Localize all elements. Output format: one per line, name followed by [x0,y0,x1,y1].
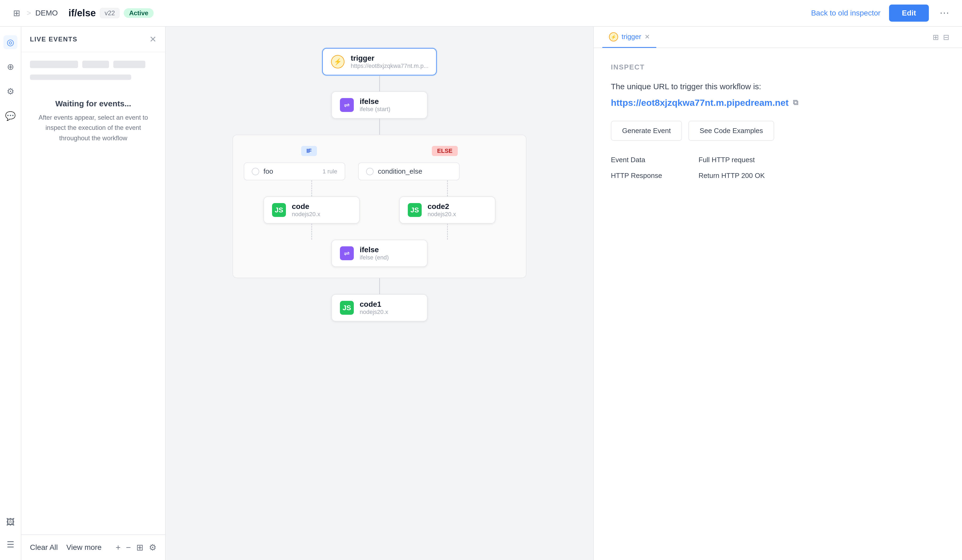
code1-node-title: code1 [360,300,388,308]
sidebar-item-tags[interactable]: ⊕ [3,60,18,74]
branch-labels: IF ELSE [244,146,515,156]
inspector-tab-trigger[interactable]: ⚡ trigger ✕ [602,27,656,48]
more-options-button[interactable]: ⋯ [938,5,951,21]
code2-icon-box: JS [408,203,422,217]
if-condition-rule: 1 rule [323,168,337,175]
events-waiting: Waiting for events... After events appea… [21,89,165,154]
ifelse-end-text: ifelse ifelse (end) [360,245,389,261]
skeleton-block [30,74,131,80]
panel-icon-2[interactable]: ⊟ [943,33,949,42]
events-panel-close-button[interactable]: ✕ [149,34,157,44]
code-node-icon: JS [271,203,286,218]
skeleton-block [30,61,78,68]
code1-icon-box: JS [340,301,354,315]
if-radio [252,168,259,175]
back-to-old-inspector-link[interactable]: Back to old inspector [811,9,880,17]
topbar: ⊞ > DEMO if/else v22 Active Back to old … [0,0,962,27]
events-skeleton [21,52,165,89]
connector-1 [379,75,380,91]
url-text: https://eot8xjzqkwa77nt.m.pipedream.net [611,97,789,108]
events-panel-title: LIVE EVENTS [30,36,77,43]
breadcrumb-demo[interactable]: DEMO [35,9,58,17]
else-condition-node[interactable]: condition_else [358,163,460,180]
trigger-node-icon: ⚡ [330,54,345,69]
http-response-label: HTTP Response [611,171,686,180]
code1-node-icon: JS [339,300,354,315]
events-footer: Clear All View more + − ⊞ ⚙ [21,534,165,560]
code-node-text: code nodejs20.x [292,202,320,218]
code2-node-title: code2 [428,202,456,211]
code1-node-subtitle: nodejs20.x [360,308,388,316]
code-node[interactable]: JS code nodejs20.x [263,196,360,224]
breadcrumb-separator: > [27,9,31,17]
inspect-actions: Generate Event See Code Examples [611,121,945,141]
clear-all-button[interactable]: Clear All [30,543,58,552]
main-content: ◎ ⊕ ⚙ 💬 🖼 ☰ LIVE EVENTS ✕ Waiting for ev… [0,27,962,560]
panel-icon-1[interactable]: ⊞ [933,33,939,42]
edit-button[interactable]: Edit [889,5,929,22]
ifelse-start-node[interactable]: ⇌ ifelse ifelse (start) [331,91,428,119]
sidebar-item-image[interactable]: 🖼 [3,515,18,529]
else-branch-nodes: JS code2 nodejs20.x [399,180,496,240]
canvas-settings-button[interactable]: ⚙ [149,542,157,552]
trigger-node[interactable]: ⚡ trigger https://eot8xjzqkwa77nt.m.p... [322,48,436,75]
skeleton-block [82,61,109,68]
sidebar-bottom: 🖼 ☰ [3,515,18,552]
events-header: LIVE EVENTS ✕ [21,27,165,52]
if-condition-text: foo [263,167,273,176]
ifelse-start-icon-box: ⇌ [340,98,354,112]
code-icon-box: JS [272,203,286,217]
code1-node[interactable]: JS code1 nodejs20.x [331,294,428,321]
zoom-out-button[interactable]: − [126,543,131,552]
if-branch-label: IF [301,146,317,156]
connector-2 [379,119,380,135]
http-response-row: HTTP Response Return HTTP 200 OK [611,171,945,180]
if-condition-node[interactable]: foo 1 rule [244,163,345,180]
if-connector [312,180,312,196]
zoom-in-button[interactable]: + [116,543,121,552]
ifelse-group: IF ELSE foo 1 rule condition_else [232,135,526,278]
home-icon[interactable]: ⊞ [11,7,23,19]
code-node-title: code [292,202,320,211]
see-code-examples-button[interactable]: See Code Examples [688,121,774,141]
inspector-tab-close-button[interactable]: ✕ [644,33,650,40]
fit-button[interactable]: ⊞ [136,542,144,552]
trigger-icon-svg: ⚡ [331,55,345,69]
ifelse-end-col: ⇌ ifelse ifelse (end) [331,240,428,267]
sidebar-item-chat[interactable]: 💬 [3,109,18,123]
event-data-value: Full HTTP request [699,156,755,164]
else-radio [366,168,374,175]
ifelse-end-node[interactable]: ⇌ ifelse ifelse (end) [331,240,428,267]
code1-node-text: code1 nodejs20.x [360,300,388,316]
ifelse-start-subtitle: ifelse (start) [360,106,391,113]
code2-node[interactable]: JS code2 nodejs20.x [399,196,496,224]
version-badge: v22 [100,8,119,18]
ifelse-start-icon: ⇌ [339,97,354,113]
svg-text:⚡: ⚡ [334,58,342,65]
ifelse-end-icon: ⇌ [339,246,354,261]
svg-text:⚡: ⚡ [611,34,616,40]
copy-url-icon[interactable]: ⧉ [793,98,798,107]
sidebar-item-settings[interactable]: ⚙ [3,84,18,98]
code2-node-subtitle: nodejs20.x [428,211,456,218]
if-branch-nodes: JS code nodejs20.x [263,180,360,240]
tab-trigger-icon: ⚡ [609,32,618,42]
code-node-subtitle: nodejs20.x [292,211,320,218]
sidebar-item-list[interactable]: ☰ [3,537,18,552]
event-data-row: Event Data Full HTTP request [611,156,945,164]
generate-event-button[interactable]: Generate Event [611,121,682,141]
sidebar-item-live-events[interactable]: ◎ [3,35,18,49]
trigger-node-subtitle: https://eot8xjzqkwa77nt.m.p... [350,63,428,69]
http-response-value: Return HTTP 200 OK [699,171,765,180]
ifelse-start-text: ifelse ifelse (start) [360,97,391,113]
trigger-node-text: trigger https://eot8xjzqkwa77nt.m.p... [350,54,428,69]
panel-side-icons: ⊞ ⊟ [933,33,954,42]
status-badge: Active [124,8,153,18]
left-sidebar: ◎ ⊕ ⚙ 💬 🖼 ☰ [0,27,21,560]
view-more-button[interactable]: View more [66,543,102,552]
skeleton-block [113,61,145,68]
canvas-nodes: ⚡ trigger https://eot8xjzqkwa77nt.m.p...… [166,27,593,560]
inspect-details: Event Data Full HTTP request HTTP Respon… [611,156,945,180]
workflow-canvas[interactable]: ⚡ trigger https://eot8xjzqkwa77nt.m.p...… [166,27,593,560]
else-condition-text: condition_else [378,167,422,176]
